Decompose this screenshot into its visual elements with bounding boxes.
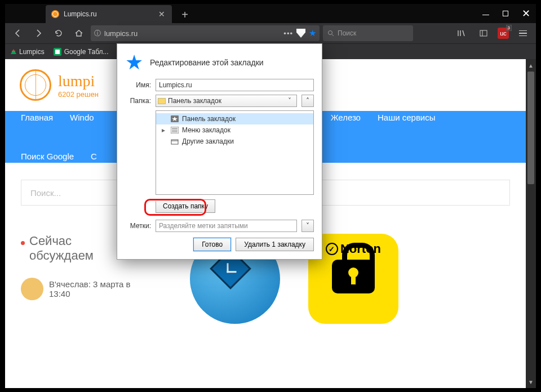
bookmark-label: Lumpics bbox=[19, 48, 45, 56]
site-tagline: 6202 решен bbox=[58, 90, 99, 99]
comment-item[interactable]: В'ячеслав: 3 марта в 13:40 bbox=[21, 278, 162, 300]
nav-item[interactable]: С bbox=[91, 152, 97, 161]
site-logo-icon bbox=[20, 69, 51, 101]
sheets-icon bbox=[54, 48, 61, 56]
back-button[interactable] bbox=[10, 25, 26, 41]
browser-tab[interactable]: Lumpics.ru ✕ bbox=[46, 5, 172, 23]
home-button[interactable] bbox=[70, 25, 87, 41]
expand-icon[interactable]: ▸ bbox=[162, 126, 167, 134]
nav-item[interactable]: Наши сервисы bbox=[378, 113, 436, 122]
search-icon bbox=[327, 30, 334, 37]
chevron-down-icon: ˅ bbox=[306, 222, 309, 230]
folder-icon bbox=[158, 98, 166, 104]
forward-button[interactable] bbox=[30, 25, 47, 41]
folder-select[interactable]: Панель закладок ˅ bbox=[156, 95, 297, 107]
edit-bookmark-panel: ★ Редактирование этой закладки Имя: Lump… bbox=[117, 43, 322, 260]
page-actions-icon[interactable]: ••• bbox=[283, 29, 293, 38]
bookmark-item[interactable]: Google Табл... bbox=[54, 48, 109, 56]
bookmarks-toolbar-icon bbox=[171, 115, 179, 122]
url-bar[interactable]: ⓘ lumpics.ru ••• ★ bbox=[91, 25, 320, 41]
site-info-icon[interactable]: ⓘ bbox=[94, 29, 101, 38]
chevron-up-icon: ˄ bbox=[306, 97, 309, 105]
nav-item[interactable]: Поиск Google bbox=[21, 152, 74, 161]
chevron-down-icon[interactable]: ˅ bbox=[285, 97, 295, 105]
create-folder-button[interactable]: Создать папку bbox=[156, 199, 215, 213]
tags-input[interactable]: Разделяйте метки запятыми bbox=[156, 220, 297, 232]
tags-dropdown-button[interactable]: ˅ bbox=[301, 220, 314, 232]
scroll-up-icon[interactable]: ▲ bbox=[526, 60, 536, 70]
tab-title: Lumpics.ru bbox=[64, 10, 97, 18]
nav-item[interactable]: Windo bbox=[70, 113, 94, 122]
scroll-thumb[interactable] bbox=[527, 72, 534, 184]
tab-close-icon[interactable]: ✕ bbox=[157, 10, 166, 19]
avatar-icon bbox=[21, 278, 43, 300]
bookmark-star-icon[interactable]: ★ bbox=[309, 28, 316, 38]
browser-window: Lumpics.ru ✕ + ✕ bbox=[5, 4, 536, 388]
drive-icon bbox=[11, 49, 16, 54]
svg-rect-4 bbox=[171, 140, 178, 144]
folder-label: Папка: bbox=[125, 97, 151, 105]
sidebar-icon[interactable] bbox=[475, 25, 492, 41]
tree-item[interactable]: ▸ Меню закладок bbox=[156, 124, 313, 136]
pocket-icon[interactable] bbox=[296, 29, 305, 38]
library-icon[interactable] bbox=[453, 25, 469, 41]
done-button[interactable]: Готово bbox=[193, 238, 231, 251]
navigation-toolbar: ⓘ lumpics.ru ••• ★ Поиск uc 3 bbox=[5, 23, 536, 43]
url-text: lumpics.ru bbox=[104, 29, 280, 38]
tree-item[interactable]: Другие закладки bbox=[156, 136, 313, 147]
tags-label: Метки: bbox=[125, 222, 151, 230]
search-placeholder-text: Поиск... bbox=[30, 188, 61, 198]
titlebar: Lumpics.ru ✕ + ✕ bbox=[5, 4, 536, 23]
search-bar[interactable]: Поиск bbox=[323, 25, 413, 41]
svg-rect-1 bbox=[480, 30, 487, 36]
name-label: Имя: bbox=[125, 81, 151, 89]
favicon-icon bbox=[51, 10, 59, 18]
red-dot-icon bbox=[21, 241, 25, 245]
window-close-button[interactable]: ✕ bbox=[522, 7, 530, 20]
other-bookmarks-icon bbox=[171, 138, 179, 145]
tree-item[interactable]: Панель закладок bbox=[156, 113, 313, 124]
delete-bookmark-button[interactable]: Удалить 1 закладку bbox=[236, 238, 314, 251]
name-input[interactable]: Lumpics.ru bbox=[156, 79, 314, 91]
scroll-down-icon[interactable]: ▼ bbox=[526, 377, 536, 387]
checkmark-icon: ✓ bbox=[326, 243, 338, 255]
collapse-tree-button[interactable]: ˄ bbox=[301, 95, 314, 107]
reload-button[interactable] bbox=[50, 25, 67, 41]
bookmark-label: Google Табл... bbox=[64, 48, 109, 56]
folder-tree[interactable]: Панель закладок ▸ Меню закладок Другие з… bbox=[156, 110, 314, 195]
svg-point-0 bbox=[329, 31, 332, 35]
star-icon: ★ bbox=[125, 51, 143, 74]
lock-icon bbox=[332, 260, 375, 293]
new-tab-button[interactable]: + bbox=[176, 8, 193, 21]
nav-item[interactable]: Железо bbox=[331, 113, 361, 122]
bookmarks-menu-icon bbox=[171, 127, 179, 133]
vertical-scrollbar[interactable]: ▲ ▼ bbox=[526, 59, 536, 388]
extension-badge[interactable]: uc 3 bbox=[498, 28, 509, 39]
search-placeholder: Поиск bbox=[338, 29, 356, 37]
window-minimize-button[interactable] bbox=[482, 12, 489, 15]
nav-item[interactable]: Главная bbox=[21, 113, 53, 122]
panel-title: Редактирование этой закладки bbox=[150, 58, 264, 67]
site-name: lumpi bbox=[58, 72, 99, 90]
badge-count: 3 bbox=[506, 25, 512, 31]
window-maximize-button[interactable] bbox=[503, 11, 508, 16]
bookmark-item[interactable]: Lumpics bbox=[11, 48, 45, 56]
hamburger-menu-icon[interactable] bbox=[515, 25, 531, 41]
